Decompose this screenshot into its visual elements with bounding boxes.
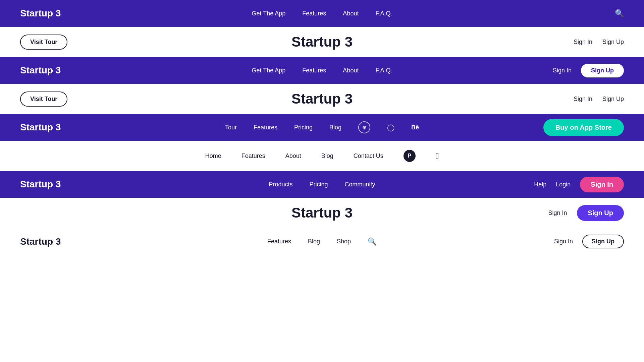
signup-link-2[interactable]: Sign Up (602, 96, 624, 103)
nav-link-community[interactable]: Community (345, 181, 375, 188)
help-link[interactable]: Help (534, 181, 546, 188)
right-actions-1: Sign In Sign Up (574, 39, 624, 46)
navbar-1: Startup 3 Get The App Features About F.A… (0, 0, 644, 27)
signin-link-2[interactable]: Sign In (553, 67, 572, 74)
content-strip-4: Startup 3 Sign In Sign Up (0, 198, 644, 228)
nav-link-faq-2[interactable]: F.A.Q. (375, 67, 392, 74)
login-link[interactable]: Login (556, 181, 571, 188)
nav-link-shop-5[interactable]: Shop (337, 238, 351, 245)
nav-link-blog-3[interactable]: Blog (329, 124, 341, 131)
brand-4: Startup 3 (20, 179, 61, 190)
apple-icon[interactable]:  (436, 151, 439, 161)
nav-link-features-1[interactable]: Features (302, 10, 326, 17)
producthunt-icon[interactable]: P (404, 150, 416, 162)
visit-tour-button-2[interactable]: Visit Tour (20, 92, 67, 107)
nav-link-blog-5[interactable]: Blog (308, 238, 320, 245)
signin-link-4[interactable]: Sign In (548, 209, 567, 217)
instagram-icon[interactable]: ◯ (387, 123, 394, 131)
signin-link-1[interactable]: Sign In (574, 39, 592, 46)
content-strip-3: Home Features About Blog Contact Us P  (0, 141, 644, 171)
signup-button-2[interactable]: Sign Up (581, 64, 624, 77)
nav-link-features-2[interactable]: Features (302, 67, 326, 74)
nav-link-about-2[interactable]: About (343, 67, 359, 74)
nav-link-products[interactable]: Products (269, 181, 292, 188)
signin-link-5[interactable]: Sign In (554, 238, 573, 245)
right-actions-2: Sign In Sign Up (574, 96, 624, 103)
nav-link-features-5[interactable]: Features (267, 238, 291, 245)
nav-center-5: Features Blog Shop 🔍 (267, 237, 377, 246)
navbar-2: Startup 3 Get The App Features About F.A… (0, 57, 644, 84)
center-title-2: Startup 3 (291, 91, 353, 107)
nav-center-2: Get The App Features About F.A.Q. (252, 67, 392, 74)
nav-link-pricing-3[interactable]: Pricing (294, 124, 313, 131)
nav-right-4: Help Login Sign In (534, 177, 624, 192)
dribbble-icon[interactable]: ⊕ (358, 121, 370, 133)
features-link-strip[interactable]: Features (241, 153, 265, 160)
nav-link-tour-3[interactable]: Tour (225, 124, 237, 131)
nav-center-1: Get The App Features About F.A.Q. (252, 10, 392, 17)
right-actions-4: Sign In Sign Up (548, 205, 624, 221)
visit-tour-button-1[interactable]: Visit Tour (20, 35, 67, 50)
signup-button-5[interactable]: Sign Up (582, 235, 624, 248)
buy-app-store-button[interactable]: Buy on App Store (543, 119, 624, 136)
behance-icon[interactable]: Bē (411, 124, 419, 131)
brand-2: Startup 3 (20, 65, 61, 76)
blog-link-strip[interactable]: Blog (321, 153, 333, 160)
navbar-3: Startup 3 Tour Features Pricing Blog ⊕ ◯… (0, 114, 644, 141)
center-title-1: Startup 3 (291, 34, 353, 50)
center-title-4: Startup 3 (291, 205, 353, 221)
signup-link-1[interactable]: Sign Up (602, 39, 624, 46)
search-icon-1[interactable]: 🔍 (615, 9, 624, 18)
nav-right-5: Sign In Sign Up (554, 235, 624, 248)
nav-link-get-the-app-2[interactable]: Get The App (252, 67, 286, 74)
brand-3: Startup 3 (20, 122, 61, 133)
brand-1: Startup 3 (20, 8, 61, 19)
about-link-strip[interactable]: About (285, 153, 301, 160)
nav-link-pricing-4[interactable]: Pricing (309, 181, 328, 188)
nav-center-4: Products Pricing Community (269, 181, 375, 188)
content-strip-1: Visit Tour Startup 3 Sign In Sign Up (0, 27, 644, 57)
nav-right-2: Sign In Sign Up (553, 64, 624, 77)
nav-right-3: Buy on App Store (543, 119, 624, 136)
content-strip-2: Visit Tour Startup 3 Sign In Sign Up (0, 84, 644, 114)
search-icon-5[interactable]: 🔍 (368, 237, 377, 246)
nav-link-get-the-app-1[interactable]: Get The App (252, 10, 286, 17)
navbar-5: Startup 3 Features Blog Shop 🔍 Sign In S… (0, 228, 644, 255)
nav-right-1: 🔍 (615, 9, 624, 18)
nav-link-faq-1[interactable]: F.A.Q. (375, 10, 392, 17)
brand-5: Startup 3 (20, 236, 61, 247)
nav-link-features-3[interactable]: Features (254, 124, 277, 131)
signin-link-3[interactable]: Sign In (574, 96, 592, 103)
nav-link-about-1[interactable]: About (343, 10, 359, 17)
contact-us-link[interactable]: Contact Us (354, 153, 383, 160)
nav-center-3: Tour Features Pricing Blog ⊕ ◯ Bē (225, 121, 419, 133)
signin-button-4[interactable]: Sign In (580, 177, 624, 192)
navbar-4: Startup 3 Products Pricing Community Hel… (0, 171, 644, 198)
signup-button-4[interactable]: Sign Up (577, 205, 624, 221)
home-link[interactable]: Home (205, 153, 221, 160)
